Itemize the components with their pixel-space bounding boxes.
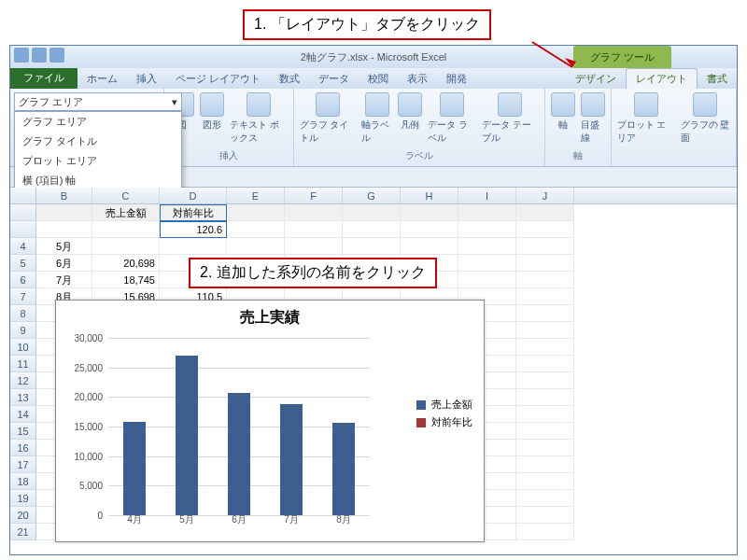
col-header-J[interactable]: J xyxy=(516,188,574,203)
cell[interactable] xyxy=(285,204,343,221)
bar-6月[interactable] xyxy=(228,393,250,515)
select-all-corner[interactable] xyxy=(10,188,36,203)
cell[interactable] xyxy=(227,238,285,255)
row-header[interactable]: 18 xyxy=(10,473,36,490)
cell[interactable]: 5月 xyxy=(36,238,92,255)
col-header-D[interactable]: D xyxy=(160,188,227,203)
bar-5月[interactable] xyxy=(176,356,198,515)
col-header-H[interactable]: H xyxy=(401,188,458,203)
btn-data-table[interactable]: データ テーブル xyxy=(482,92,538,145)
cell[interactable] xyxy=(401,221,458,238)
cell[interactable] xyxy=(516,356,574,372)
row-header[interactable]: 15 xyxy=(10,423,36,440)
chart-plot-area[interactable]: 05,00010,00015,00020,00025,00030,000 xyxy=(108,338,370,515)
cell[interactable] xyxy=(458,272,516,288)
row-header[interactable]: 6 xyxy=(10,272,36,288)
col-header-B[interactable]: B xyxy=(36,188,92,203)
row-header[interactable]: 4 xyxy=(10,238,36,255)
cell[interactable] xyxy=(516,339,574,356)
chart-title[interactable]: 売上実績 xyxy=(56,301,484,331)
quick-access-toolbar[interactable] xyxy=(14,48,64,63)
chart-legend[interactable]: 売上金額 対前年比 xyxy=(416,394,472,433)
cell[interactable] xyxy=(285,221,343,238)
cell[interactable]: 対前年比 xyxy=(160,204,227,221)
cell[interactable] xyxy=(227,221,285,238)
cell[interactable] xyxy=(458,204,516,221)
cell[interactable] xyxy=(516,440,574,456)
btn-plot-area[interactable]: プロット エリア xyxy=(617,92,675,145)
cell[interactable] xyxy=(36,221,92,238)
btn-data-label[interactable]: データ ラベル xyxy=(428,92,476,145)
row-header[interactable]: 20 xyxy=(10,507,36,524)
btn-chart-wall[interactable]: グラフの 壁面 xyxy=(681,92,730,145)
col-header-I[interactable]: I xyxy=(458,188,516,203)
cell[interactable] xyxy=(92,221,160,238)
tab-view[interactable]: 表示 xyxy=(398,69,437,89)
cell[interactable] xyxy=(343,238,401,255)
cell[interactable]: 120.6 xyxy=(160,221,227,238)
cell[interactable] xyxy=(92,238,160,255)
row-header[interactable]: 9 xyxy=(10,322,36,339)
tab-layout[interactable]: レイアウト xyxy=(626,68,698,89)
btn-shapes[interactable]: 図形 xyxy=(200,92,224,132)
btn-axis-title[interactable]: 軸ラベル xyxy=(361,92,392,145)
embedded-chart[interactable]: 売上実績 05,00010,00015,00020,00025,00030,00… xyxy=(55,300,485,542)
cell[interactable] xyxy=(516,305,574,322)
btn-chart-title[interactable]: グラフ タイトル xyxy=(300,92,356,145)
cell[interactable]: 売上金額 xyxy=(92,204,160,221)
cell[interactable] xyxy=(160,238,227,255)
tab-review[interactable]: 校閲 xyxy=(359,69,398,89)
btn-legend[interactable]: 凡例 xyxy=(398,92,422,132)
row-header[interactable]: 13 xyxy=(10,389,36,406)
cell[interactable]: 18,745 xyxy=(92,272,160,288)
cell[interactable] xyxy=(516,490,574,507)
cell[interactable]: 6月 xyxy=(36,255,92,272)
tab-format[interactable]: 書式 xyxy=(698,69,737,89)
row-header[interactable]: 17 xyxy=(10,456,36,473)
cell[interactable] xyxy=(516,372,574,389)
row-header[interactable]: 21 xyxy=(10,524,36,540)
cell[interactable] xyxy=(343,221,401,238)
row-header[interactable]: 11 xyxy=(10,356,36,372)
col-header-C[interactable]: C xyxy=(92,188,160,203)
bar-8月[interactable] xyxy=(332,423,355,515)
chevron-down-icon[interactable]: ▾ xyxy=(172,96,177,108)
row-header[interactable]: 12 xyxy=(10,372,36,389)
row-header[interactable] xyxy=(10,204,36,221)
cell[interactable] xyxy=(458,221,516,238)
legend-item-yoy[interactable]: 対前年比 xyxy=(416,415,472,429)
sel-item-chart-title[interactable]: グラフ タイトル xyxy=(15,132,181,151)
row-header[interactable]: 8 xyxy=(10,305,36,322)
chart-element-combobox[interactable]: グラフ エリア ▾ xyxy=(14,92,182,111)
cell[interactable] xyxy=(516,389,574,406)
row-header[interactable]: 10 xyxy=(10,339,36,356)
tab-insert[interactable]: 挿入 xyxy=(127,69,166,89)
cell[interactable] xyxy=(516,473,574,490)
cell[interactable] xyxy=(516,322,574,339)
cell[interactable] xyxy=(227,204,285,221)
tab-formulas[interactable]: 数式 xyxy=(270,69,309,89)
row-header[interactable]: 14 xyxy=(10,406,36,423)
bar-7月[interactable] xyxy=(280,404,303,515)
col-header-E[interactable]: E xyxy=(227,188,285,203)
sel-item-plot-area[interactable]: プロット エリア xyxy=(15,151,181,171)
tab-pagelayout[interactable]: ページ レイアウト xyxy=(166,69,270,89)
cell[interactable] xyxy=(516,507,574,524)
btn-gridlines[interactable]: 目盛線 xyxy=(581,92,605,145)
row-header[interactable]: 16 xyxy=(10,440,36,456)
cell[interactable] xyxy=(458,255,516,272)
cell[interactable] xyxy=(516,272,574,288)
cell[interactable] xyxy=(285,238,343,255)
cell[interactable] xyxy=(36,204,92,221)
cell[interactable] xyxy=(516,255,574,272)
row-header[interactable]: 7 xyxy=(10,288,36,305)
sel-item-chart-area[interactable]: グラフ エリア xyxy=(15,112,181,132)
worksheet[interactable]: BCDEFGHIJ 売上金額対前年比120.645月56月20,69867月18… xyxy=(10,188,737,554)
undo-icon[interactable] xyxy=(49,48,64,63)
cell[interactable] xyxy=(458,238,516,255)
cell[interactable]: 20,698 xyxy=(92,255,160,272)
save-icon[interactable] xyxy=(32,48,47,63)
col-header-G[interactable]: G xyxy=(343,188,401,203)
tab-file[interactable]: ファイル xyxy=(10,67,78,89)
tab-home[interactable]: ホーム xyxy=(78,69,127,89)
